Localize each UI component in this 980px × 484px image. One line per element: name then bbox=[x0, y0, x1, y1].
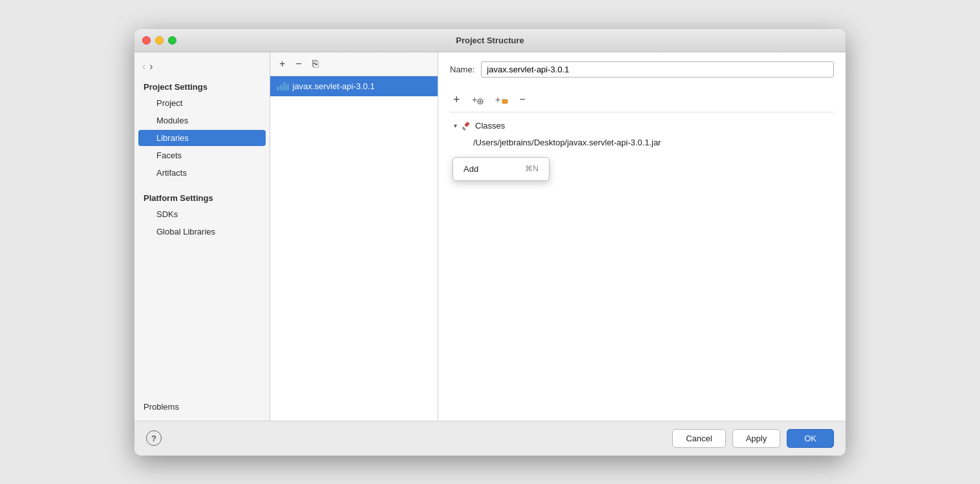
add-library-button[interactable]: + bbox=[277, 58, 288, 70]
apply-button[interactable]: Apply bbox=[732, 429, 781, 448]
svg-rect-6 bbox=[464, 121, 469, 127]
sidebar-item-problems[interactable]: Problems bbox=[134, 397, 270, 421]
maximize-button[interactable] bbox=[168, 36, 176, 45]
project-structure-window: Project Structure ‹ › Project Settings P… bbox=[134, 29, 846, 456]
remove-library-button[interactable]: − bbox=[293, 58, 304, 70]
list-panel: + − ⎘ javax.servlet-api-3.0.1 bbox=[270, 52, 438, 421]
traffic-lights bbox=[142, 36, 176, 45]
detail-panel: Name: + + bbox=[438, 52, 846, 421]
name-label: Name: bbox=[450, 65, 474, 74]
list-items: javax.servlet-api-3.0.1 bbox=[270, 76, 438, 421]
cancel-button[interactable]: Cancel bbox=[672, 429, 725, 448]
copy-library-button[interactable]: ⎘ bbox=[310, 58, 321, 70]
popup-add-item[interactable]: Add ⌘N bbox=[453, 160, 549, 178]
popup-add-label: Add bbox=[463, 164, 478, 174]
minimize-button[interactable] bbox=[155, 36, 164, 45]
sidebar-item-sdks[interactable]: SDKs bbox=[138, 206, 266, 222]
forward-arrow-icon[interactable]: › bbox=[149, 61, 153, 72]
add-folder-icon: + bbox=[495, 94, 508, 105]
svg-text:+: + bbox=[495, 94, 500, 105]
list-item-label: javax.servlet-api-3.0.1 bbox=[293, 81, 375, 91]
help-button[interactable]: ? bbox=[146, 430, 162, 446]
hammer-icon bbox=[461, 121, 471, 131]
library-icon bbox=[277, 81, 289, 90]
popup-add-shortcut: ⌘N bbox=[525, 164, 538, 173]
platform-settings-label: Platform Settings bbox=[134, 189, 270, 205]
classes-label: Classes bbox=[475, 121, 505, 131]
footer-buttons: Cancel Apply OK bbox=[672, 429, 834, 448]
sidebar-divider bbox=[134, 182, 270, 189]
tree-classes-path-row: /Users/jetbrains/Desktop/javax.servlet-a… bbox=[450, 134, 834, 151]
nav-back-forward: ‹ › bbox=[134, 59, 270, 78]
name-row: Name: bbox=[450, 61, 834, 78]
sidebar-item-project[interactable]: Project bbox=[138, 95, 266, 111]
add-folder-button[interactable]: + bbox=[492, 92, 511, 107]
sidebar-item-artifacts[interactable]: Artifacts bbox=[138, 165, 266, 181]
sidebar: ‹ › Project Settings Project Modules Lib… bbox=[134, 52, 270, 421]
main-content: + − ⎘ javax.servlet-api-3.0.1 bbox=[270, 52, 846, 421]
window-body: ‹ › Project Settings Project Modules Lib… bbox=[134, 52, 846, 421]
list-item[interactable]: javax.servlet-api-3.0.1 bbox=[270, 76, 438, 96]
classes-path: /Users/jetbrains/Desktop/javax.servlet-a… bbox=[473, 138, 661, 147]
footer: ? Cancel Apply OK bbox=[134, 421, 846, 456]
sidebar-item-global-libraries[interactable]: Global Libraries bbox=[138, 224, 266, 240]
sidebar-item-libraries[interactable]: Libraries bbox=[138, 130, 266, 146]
name-input[interactable] bbox=[481, 61, 834, 78]
project-settings-label: Project Settings bbox=[134, 78, 270, 94]
remove-path-button[interactable]: − bbox=[517, 92, 529, 107]
add-source-icon: + bbox=[472, 94, 484, 105]
sidebar-item-modules[interactable]: Modules bbox=[138, 112, 266, 129]
back-arrow-icon[interactable]: ‹ bbox=[142, 61, 145, 72]
sidebar-item-facets[interactable]: Facets bbox=[138, 147, 266, 163]
window-title: Project Structure bbox=[456, 36, 524, 45]
add-source-button[interactable]: + bbox=[469, 92, 487, 107]
tree-classes-row: ▾ Classes bbox=[450, 118, 834, 134]
svg-text:+: + bbox=[472, 94, 477, 105]
detail-toolbar: + + bbox=[450, 88, 834, 112]
chevron-down-icon[interactable]: ▾ bbox=[454, 122, 457, 129]
list-toolbar: + − ⎘ bbox=[270, 52, 438, 76]
close-button[interactable] bbox=[142, 36, 151, 45]
ok-button[interactable]: OK bbox=[787, 429, 834, 448]
main-split: + − ⎘ javax.servlet-api-3.0.1 bbox=[270, 52, 846, 421]
add-path-button[interactable]: + bbox=[450, 92, 463, 108]
popup-menu: Add ⌘N bbox=[453, 157, 549, 181]
titlebar: Project Structure bbox=[134, 29, 846, 52]
svg-rect-7 bbox=[462, 126, 465, 131]
